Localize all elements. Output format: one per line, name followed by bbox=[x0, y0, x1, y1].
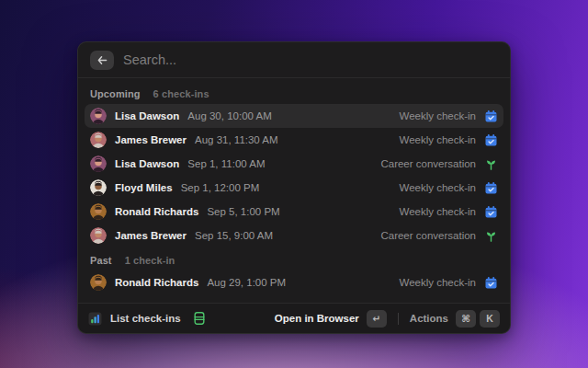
check-in-datetime: Sep 5, 1:00 PM bbox=[207, 206, 279, 217]
check-in-row[interactable]: Ronald Richards Sep 5, 1:00 PM Weekly ch… bbox=[85, 200, 503, 224]
command-label: List check-ins bbox=[110, 313, 181, 324]
check-in-datetime: Aug 29, 1:00 PM bbox=[207, 277, 286, 288]
check-in-datetime: Sep 1, 11:00 AM bbox=[187, 158, 265, 169]
check-in-datetime: Aug 31, 11:30 AM bbox=[195, 134, 278, 145]
footer-bar: List check-ins Open in Browser ↵ Actions… bbox=[78, 303, 510, 333]
back-button[interactable] bbox=[90, 51, 114, 70]
check-in-row[interactable]: James Brewer Aug 31, 11:30 AM Weekly che… bbox=[85, 128, 503, 152]
return-key-badge[interactable]: ↵ bbox=[367, 310, 387, 328]
bar-chart-icon bbox=[88, 312, 102, 326]
key-badge[interactable]: ⌘ bbox=[456, 310, 476, 328]
avatar bbox=[90, 108, 107, 124]
person-name: Lisa Dawson bbox=[115, 110, 179, 121]
actions-key-badges: ⌘K bbox=[456, 310, 500, 328]
check-in-type-label: Weekly check-in bbox=[399, 206, 476, 217]
book-icon bbox=[192, 311, 207, 326]
calendar-check-icon bbox=[484, 109, 498, 123]
sprout-icon bbox=[484, 229, 498, 243]
search-bar bbox=[78, 42, 510, 78]
section-header: Upcoming 6 check-ins bbox=[85, 81, 503, 104]
results-list: Upcoming 6 check-ins Lisa Dawson Aug 30,… bbox=[78, 78, 510, 303]
section-count: 6 check-ins bbox=[153, 88, 209, 99]
person-name: Ronald Richards bbox=[115, 277, 198, 288]
check-in-row[interactable]: Lisa Dawson Sep 1, 11:00 AM Career conve… bbox=[85, 152, 503, 176]
avatar bbox=[90, 274, 107, 291]
command-palette-window: Upcoming 6 check-ins Lisa Dawson Aug 30,… bbox=[77, 41, 511, 334]
calendar-check-icon bbox=[484, 181, 498, 195]
check-in-type-label: Weekly check-in bbox=[399, 277, 476, 288]
primary-action-label: Open in Browser bbox=[275, 313, 359, 324]
section-header: Past 1 check-in bbox=[85, 247, 503, 270]
check-in-row[interactable]: Floyd Miles Sep 1, 12:00 PM Weekly check… bbox=[85, 176, 503, 200]
key-badge[interactable]: K bbox=[480, 310, 500, 328]
calendar-check-icon bbox=[484, 133, 498, 147]
arrow-left-icon bbox=[97, 55, 107, 65]
check-in-datetime: Sep 15, 9:00 AM bbox=[195, 230, 273, 241]
footer-divider bbox=[398, 313, 399, 325]
actions-label[interactable]: Actions bbox=[410, 313, 448, 324]
section-title: Upcoming bbox=[90, 88, 141, 99]
check-in-type-label: Weekly check-in bbox=[399, 110, 476, 121]
check-in-type-label: Career conversation bbox=[380, 158, 476, 169]
avatar bbox=[90, 132, 107, 148]
check-in-row[interactable]: James Brewer Sep 15, 9:00 AM Career conv… bbox=[85, 224, 503, 247]
person-name: Floyd Miles bbox=[115, 182, 173, 193]
calendar-check-icon bbox=[484, 205, 498, 219]
avatar bbox=[90, 155, 107, 172]
search-input[interactable] bbox=[123, 52, 498, 67]
avatar bbox=[90, 179, 107, 196]
avatar bbox=[90, 227, 107, 244]
check-in-row[interactable]: Ronald Richards Aug 29, 1:00 PM Weekly c… bbox=[85, 270, 503, 294]
person-name: James Brewer bbox=[115, 134, 187, 145]
calendar-check-icon bbox=[484, 276, 498, 290]
section-count: 1 check-in bbox=[125, 255, 175, 266]
avatar bbox=[90, 203, 107, 220]
person-name: Lisa Dawson bbox=[115, 158, 179, 169]
check-in-datetime: Aug 30, 10:00 AM bbox=[187, 110, 271, 121]
check-in-datetime: Sep 1, 12:00 PM bbox=[181, 182, 260, 193]
person-name: Ronald Richards bbox=[115, 206, 198, 217]
check-in-type-label: Career conversation bbox=[380, 230, 476, 241]
check-in-row[interactable]: Lisa Dawson Aug 30, 10:00 AM Weekly chec… bbox=[85, 104, 503, 128]
section-title: Past bbox=[90, 255, 112, 266]
check-in-type-label: Weekly check-in bbox=[399, 182, 476, 193]
sprout-icon bbox=[484, 157, 498, 171]
person-name: James Brewer bbox=[115, 230, 187, 241]
check-in-type-label: Weekly check-in bbox=[399, 134, 476, 145]
